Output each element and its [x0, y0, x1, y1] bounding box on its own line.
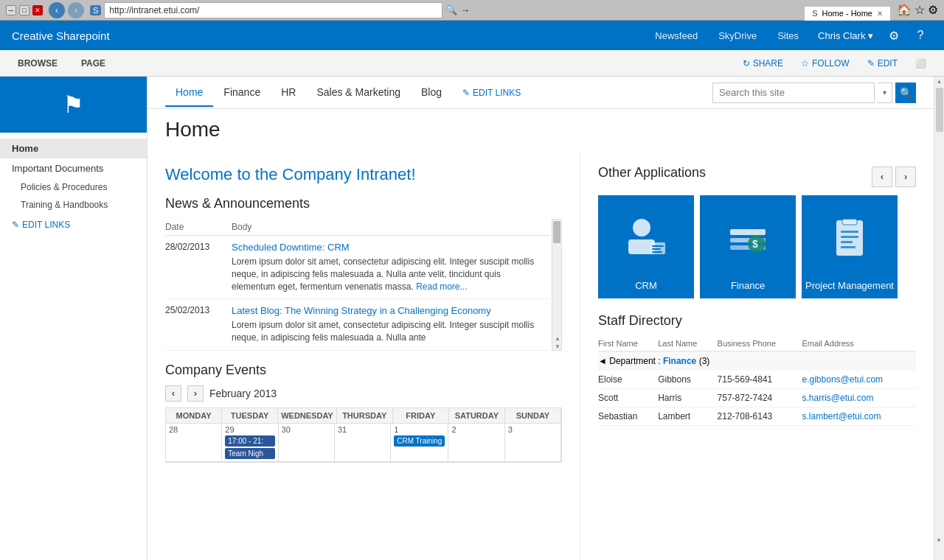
dept-collapse-icon[interactable]: ◄ — [598, 356, 607, 366]
other-apps-section: Other Applications ‹ › — [598, 165, 916, 298]
topnav-finance[interactable]: Finance — [213, 79, 271, 107]
staff-header-email: Email Address — [802, 336, 916, 351]
active-tab[interactable]: S Home - Home ✕ — [804, 6, 891, 21]
page-header: Home — [148, 109, 934, 153]
tab-close-btn[interactable]: ✕ — [877, 10, 883, 18]
favorites-icon[interactable]: ☆ — [914, 3, 925, 17]
topnav-edit-links[interactable]: ✎ EDIT LINKS — [452, 80, 531, 105]
news-table: Date Body 28/02/2013 Scheduled Downtime:… — [165, 219, 550, 351]
sidebar-item-important-docs[interactable]: Important Documents — [0, 158, 147, 178]
sidebar-edit-links[interactable]: ✎ EDIT LINKS — [0, 214, 147, 236]
topnav-sites[interactable]: Sites — [767, 21, 809, 50]
cal-cell-3: 3 — [505, 424, 561, 461]
address-bar[interactable]: http://intranet.etui.com/ — [104, 2, 442, 18]
topnav-newsfeed[interactable]: Newsfeed — [645, 21, 708, 50]
staff-firstname-3: Sebastian — [598, 407, 658, 426]
read-more-1[interactable]: Read more... — [416, 281, 467, 292]
events-section: Company Events ‹ › February 2013 MONDAY … — [165, 363, 562, 463]
maximize-button[interactable]: □ — [19, 5, 30, 15]
app-tile-pm[interactable]: Project Management — [802, 195, 898, 298]
app-tile-finance[interactable]: $ Finance — [700, 195, 796, 298]
topnav-hr[interactable]: HR — [271, 79, 306, 107]
follow-action[interactable]: ☆ FOLLOW — [795, 55, 856, 71]
cal-event-team1[interactable]: 17:00 - 21: — [225, 435, 274, 447]
top-nav-bar: Home Finance HR Sales & Marketing Blog ✎… — [148, 77, 934, 109]
topnav-sales[interactable]: Sales & Marketing — [306, 79, 411, 107]
staff-email-2[interactable]: s.harris@etui.com — [802, 393, 874, 403]
sidebar-subitem-training[interactable]: Training & Handbooks — [0, 196, 147, 214]
ribbon-tab-browse[interactable]: BROWSE — [12, 55, 63, 71]
edit-action[interactable]: ✎ EDIT — [861, 55, 903, 71]
events-section-title: Company Events — [165, 363, 562, 378]
sidebar-item-home[interactable]: Home — [0, 139, 147, 158]
crm-label: CRM — [635, 280, 657, 291]
cal-next-btn[interactable]: › — [187, 385, 204, 402]
news-date-2: 25/02/2013 — [165, 299, 232, 351]
pm-label: Project Management — [805, 280, 894, 291]
svg-rect-6 — [730, 229, 766, 235]
cal-day-num: 31 — [338, 425, 387, 434]
settings-gear-icon[interactable]: ⚙ — [882, 21, 906, 50]
scroll-up-icon[interactable]: ▲ — [555, 335, 560, 342]
cal-event-team2[interactable]: Team Nigh — [225, 448, 274, 459]
news-section-title: News & Announcements — [165, 196, 562, 211]
app-tile-crm[interactable]: CRM — [598, 195, 694, 298]
search-input[interactable] — [712, 83, 875, 103]
apps-next-btn[interactable]: › — [895, 167, 916, 187]
apps-prev-btn[interactable]: ‹ — [872, 167, 892, 187]
page-scrollbar[interactable]: ▲ ▼ — [934, 77, 944, 560]
user-menu[interactable]: Chris Clark ▾ — [809, 21, 882, 50]
home-icon[interactable]: 🏠 — [897, 3, 912, 17]
news-date-header: Date — [165, 219, 232, 236]
sidebar-subitem-policies[interactable]: Policies & Procedures — [0, 178, 147, 196]
page-scroll-up[interactable]: ▲ — [937, 78, 943, 85]
svg-point-0 — [633, 219, 650, 237]
help-icon[interactable]: ? — [909, 21, 932, 50]
svg-rect-14 — [841, 236, 858, 238]
page-scroll-down[interactable]: ▼ — [934, 537, 944, 544]
finance-icon: $ — [724, 195, 771, 280]
calendar-row: 28 29 17:00 - 21: Team Nigh 30 31 1 CRM … — [166, 424, 561, 462]
search-submit-btn[interactable]: 🔍 — [895, 83, 916, 103]
table-row: Eloise Gibbons 715-569-4841 e.gibbons@et… — [598, 371, 916, 389]
back-button[interactable]: ‹ — [49, 2, 65, 18]
edit-icon: ✎ — [867, 58, 875, 69]
news-body-2: Latest Blog: The Winning Strategy in a C… — [232, 299, 550, 351]
address-go-btn[interactable]: → — [460, 4, 470, 15]
share-icon: ↻ — [743, 58, 750, 69]
dept-label-prefix: Department : — [609, 356, 663, 366]
news-title-1[interactable]: Scheduled Downtime: CRM — [232, 242, 544, 253]
news-text-2: Lorem ipsum dolor sit amet, consectetur … — [232, 320, 534, 343]
topnav-home[interactable]: Home — [165, 79, 213, 107]
svg-rect-12 — [842, 219, 857, 225]
calendar-nav: ‹ › February 2013 — [165, 385, 562, 402]
news-scrollbar[interactable]: ▲ ▼ — [552, 219, 562, 351]
share-label: SHARE — [753, 58, 783, 69]
sidebar-edit-label: EDIT LINKS — [22, 220, 70, 230]
tab-favicon: S — [812, 9, 817, 18]
search-dropdown-btn[interactable]: ▾ — [878, 83, 892, 103]
ribbon-tab-page[interactable]: PAGE — [75, 55, 111, 71]
staff-email-3[interactable]: s.lambert@etui.com — [802, 411, 881, 421]
table-row: Scott Harris 757-872-7424 s.harris@etui.… — [598, 389, 916, 407]
staff-dept-row: ◄ Department : Finance (3) — [598, 351, 916, 371]
minimize-button[interactable]: ─ — [6, 5, 16, 15]
focus-action[interactable]: ⬜ — [909, 55, 932, 71]
scroll-down-icon[interactable]: ▼ — [555, 343, 560, 350]
dept-name[interactable]: Finance — [663, 356, 696, 366]
crm-icon — [622, 195, 670, 280]
share-action[interactable]: ↻ SHARE — [737, 55, 789, 71]
cal-prev-btn[interactable]: ‹ — [165, 385, 181, 402]
topnav-blog[interactable]: Blog — [411, 79, 452, 107]
staff-phone-1: 715-569-4841 — [718, 371, 802, 389]
settings-icon[interactable]: ⚙ — [928, 3, 938, 17]
sp-topbar: Creative Sharepoint Newsfeed SkyDrive Si… — [0, 21, 944, 50]
topnav-skydrive[interactable]: SkyDrive — [708, 21, 767, 50]
close-button[interactable]: ✕ — [32, 5, 43, 15]
address-search-btn[interactable]: 🔍 — [445, 4, 457, 15]
staff-phone-2: 757-872-7424 — [718, 389, 802, 407]
news-title-2[interactable]: Latest Blog: The Winning Strategy in a C… — [232, 305, 544, 316]
staff-email-1[interactable]: e.gibbons@etui.com — [802, 374, 884, 385]
forward-button[interactable]: › — [68, 2, 84, 18]
cal-event-crm[interactable]: CRM Training — [394, 435, 445, 447]
